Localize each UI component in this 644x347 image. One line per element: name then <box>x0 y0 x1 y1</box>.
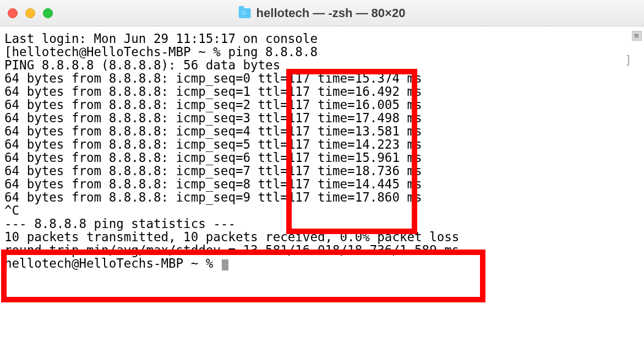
ping-reply-line: 64 bytes from 8.8.8.8: icmp_seq=6 ttl=11… <box>4 150 422 165</box>
close-window-button[interactable] <box>8 8 18 18</box>
ping-reply-line: 64 bytes from 8.8.8.8: icmp_seq=7 ttl=11… <box>4 164 422 178</box>
ping-reply-line: 64 bytes from 8.8.8.8: icmp_seq=1 ttl=11… <box>4 84 422 99</box>
shell-prompt: hellotech@HelloTechs-MBP ~ % <box>12 45 228 59</box>
stats-packets-line: 10 packets transmitted, 10 packets recei… <box>4 230 459 244</box>
ping-reply-line: 64 bytes from 8.8.8.8: icmp_seq=8 ttl=11… <box>4 177 422 191</box>
stats-rtt-line: round-trip min/avg/max/stddev = 13.581/1… <box>4 243 459 257</box>
stats-header-line: --- 8.8.8.8 ping statistics --- <box>4 216 236 231</box>
window-title-text: hellotech — -zsh — 80×20 <box>256 6 406 20</box>
minimize-window-button[interactable] <box>25 8 35 18</box>
ping-header-line: PING 8.8.8.8 (8.8.8.8): 56 data bytes <box>4 58 280 72</box>
ping-reply-line: 64 bytes from 8.8.8.8: icmp_seq=3 ttl=11… <box>4 111 422 125</box>
typed-command: ping 8.8.8.8 <box>228 45 318 59</box>
last-login-line: Last login: Mon Jun 29 11:15:17 on conso… <box>4 31 318 46</box>
interrupt-line: ^C <box>4 203 19 218</box>
zoom-window-button[interactable] <box>43 8 53 18</box>
window-title: hellotech — -zsh — 80×20 <box>239 6 406 20</box>
ping-reply-line: 64 bytes from 8.8.8.8: icmp_seq=4 ttl=11… <box>4 124 422 138</box>
cursor-icon <box>222 259 228 270</box>
terminal-output[interactable]: Last login: Mon Jun 29 11:15:17 on conso… <box>0 26 644 276</box>
ping-reply-line: 64 bytes from 8.8.8.8: icmp_seq=2 ttl=11… <box>4 97 422 112</box>
ping-reply-line: 64 bytes from 8.8.8.8: icmp_seq=0 ttl=11… <box>4 71 422 85</box>
traffic-lights <box>8 8 53 18</box>
folder-icon <box>239 8 251 18</box>
ping-reply-line: 64 bytes from 8.8.8.8: icmp_seq=9 ttl=11… <box>4 190 422 204</box>
shell-prompt: hellotech@HelloTechs-MBP ~ % <box>4 256 221 270</box>
window-titlebar: hellotech — -zsh — 80×20 <box>0 0 644 26</box>
prompt-bracket: [ <box>4 45 12 59</box>
ping-reply-line: 64 bytes from 8.8.8.8: icmp_seq=5 ttl=11… <box>4 137 422 151</box>
